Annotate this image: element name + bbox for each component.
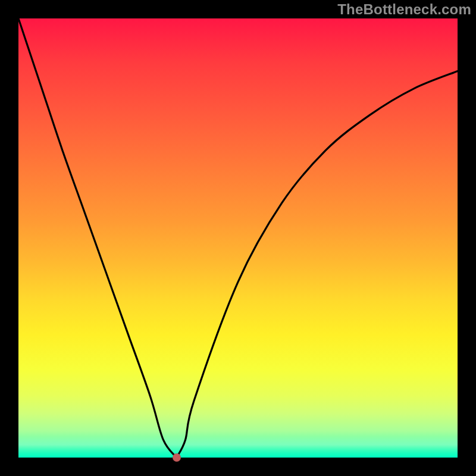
curve-svg [18,18,458,458]
plot-area [18,18,458,458]
minimum-marker [173,453,181,462]
chart-stage: TheBottleneck.com [0,0,476,476]
bottleneck-curve-path [18,18,458,458]
watermark-text: TheBottleneck.com [337,1,471,18]
